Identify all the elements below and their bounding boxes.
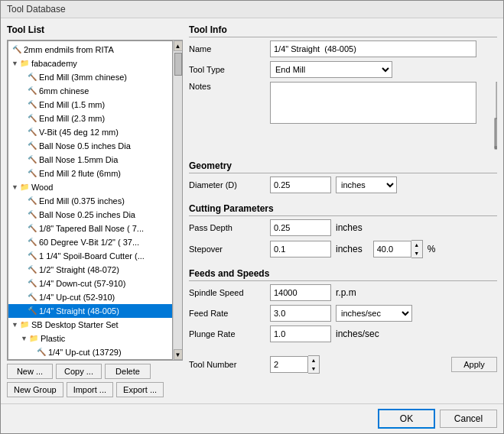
spin-up-button[interactable]: ▲ [411,241,422,249]
geometry-section: Geometry Diameter (D) inches mm [189,160,497,197]
export-button[interactable]: Export ... [116,382,164,397]
right-panel: Tool Info Name Tool Type End Mill Ball N… [189,24,497,397]
plunge-rate-input[interactable] [270,326,331,342]
list-item[interactable]: 🔨 End Mill (2.3 mm) [8,112,172,125]
list-item[interactable]: 🔨 1/8" Tapered Ball Nose ( 7... [8,222,172,235]
tree-item-label: 1 1/4" Spoil-Board Cutter (... [39,250,145,262]
feeds-speeds-section: Feeds and Speeds Spindle Speed r.p.m Fee… [189,268,497,346]
tool-icon: 🔨 [27,127,37,138]
pass-depth-input[interactable] [270,219,331,236]
tool-icon: 🔨 [27,251,37,261]
scrollbar[interactable]: ▲ ▼ [173,40,182,360]
tree-item-label: 60 Degree V-Bit 1/2" ( 37... [39,236,139,248]
title-bar: Tool Database [1,1,503,18]
stepover-spinbox: ▲ ▼ [373,240,423,258]
list-item[interactable]: 🔨 End Mill 2 flute (6mm) [8,167,172,180]
import-button[interactable]: Import ... [67,382,113,397]
list-item[interactable]: 🔨 Ball Nose 0.25 inches Dia [8,208,172,222]
diameter-unit-select[interactable]: inches mm [336,177,397,193]
stepover-label: Stepover [189,245,265,254]
tool-number-input[interactable] [270,356,308,373]
tool-database-dialog: Tool Database Tool List 🔨 2mm endmils fr… [0,0,504,434]
diameter-input[interactable] [270,177,331,193]
spindle-label: Spindle Speed [189,288,265,297]
tool-icon: 🔨 [27,306,37,316]
new-button[interactable]: New ... [7,364,53,379]
tool-number-row: Tool Number ▲ ▼ Apply [189,355,497,374]
apply-button[interactable]: Apply [451,357,497,372]
svg-rect-0 [496,82,497,120]
plunge-rate-row: Plunge Rate inches/sec [189,326,497,342]
plunge-unit: inches/sec [336,329,379,339]
list-item-selected[interactable]: 🔨 1/4" Straight (48-005) [8,304,172,318]
name-label: Name [189,44,265,53]
list-item[interactable]: ▼ 📁 Plastic [8,332,172,345]
list-item[interactable]: 🔨 Ball Nose 0.5 inches Dia [8,139,172,153]
dialog-footer: OK Cancel [1,403,503,433]
list-item[interactable]: 🔨 1/4" Up-cut (13729) [8,345,172,359]
list-item[interactable]: 🔨 6mm chinese [8,84,172,98]
type-row: Tool Type End Mill Ball Nose V-Bit Engra… [189,61,497,78]
tree-item-label: fabacademy [31,57,77,70]
list-item[interactable]: ▼ 📁 Wood [8,180,172,194]
tool-info-title: Tool Info [189,24,497,37]
tool-icon: 🔨 [27,196,37,206]
tree-item-label: 1/8" Tapered Ball Nose ( 7... [39,222,144,235]
notes-label: Notes [189,82,265,91]
list-item[interactable]: 🔨 V-Bit (45 deg 12 mm) [8,125,172,139]
scroll-down-button[interactable]: ▼ [174,349,183,360]
tree-item-label: 1/4" Straight (48-005) [39,305,119,317]
tree-item-label: 1/4" Down-cut (57-910) [39,277,125,290]
notes-textarea[interactable] [270,82,476,124]
tool-icon: 🔨 [27,168,37,179]
tool-number-spinbox-buttons: ▲ ▼ [308,355,320,374]
list-item[interactable]: 🔨 End Mill (3mm chinese) [8,70,172,84]
spin-down-button[interactable]: ▼ [411,249,422,257]
list-item[interactable]: ▼ 📁 SB Desktop Starter Set [8,318,172,332]
list-item[interactable]: 🔨 V Bit 90 (13732) [8,359,172,360]
cancel-button[interactable]: Cancel [440,410,497,428]
tree-item-label: Ball Nose 0.5 inches Dia [39,140,131,152]
feed-rate-input[interactable] [270,305,331,322]
tool-icon: 🔨 [27,264,37,275]
name-input[interactable] [270,40,476,57]
expand-icon: ▼ [11,57,18,70]
feed-unit-select[interactable]: inches/sec mm/sec [336,305,412,322]
feed-rate-row: Feed Rate inches/sec mm/sec [189,305,497,322]
tree-item-label: 1/4" Up-cut (13729) [48,346,122,358]
list-item[interactable]: 🔨 Ball Nose 1.5mm Dia [8,153,172,167]
tool-number-spin-up[interactable]: ▲ [308,356,319,364]
new-group-button[interactable]: New Group [7,382,63,397]
tool-type-select[interactable]: End Mill Ball Nose V-Bit Engraving [270,61,392,78]
tree-item-label: End Mill 2 flute (6mm) [39,167,121,180]
tool-icon: 🔨 [27,278,37,289]
tool-icon: 🔨 [27,113,37,124]
tool-icon: 🔨 [27,292,37,303]
list-item[interactable]: 🔨 2mm endmils from RITA [8,43,172,57]
spinbox-buttons: ▲ ▼ [411,240,423,258]
tree-container[interactable]: 🔨 2mm endmils from RITA ▼ 📁 fabacademy 🔨… [8,40,173,360]
ok-button[interactable]: OK [378,409,435,429]
list-item[interactable]: 🔨 1 1/4" Spoil-Board Cutter (... [8,249,172,263]
svg-rect-1 [495,118,497,147]
tool-number-spin-down[interactable]: ▼ [308,364,319,373]
spindle-unit: r.p.m [336,287,356,298]
list-item[interactable]: 🔨 End Mill (1.5 mm) [8,98,172,112]
tool-icon: 🔨 [27,86,37,96]
list-item[interactable]: 🔨 60 Degree V-Bit 1/2" ( 37... [8,235,172,249]
list-item[interactable]: 🔨 1/2" Straight (48-072) [8,263,172,277]
stepover-row: Stepover inches ▲ ▼ % [189,240,497,258]
list-item[interactable]: ▼ 📁 fabacademy [8,57,172,70]
tree-item-label: 2mm endmils from RITA [24,44,114,56]
spindle-input[interactable] [270,284,331,301]
stepover-percent-input[interactable] [373,241,411,257]
delete-button[interactable]: Delete [105,364,151,379]
scroll-thumb[interactable] [174,53,182,76]
scroll-up-button[interactable]: ▲ [174,40,183,51]
list-item[interactable]: 🔨 1/4" Up-cut (52-910) [8,290,172,304]
list-item[interactable]: 🔨 1/4" Down-cut (57-910) [8,277,172,290]
dialog-title: Tool Database [7,4,66,15]
list-item[interactable]: 🔨 End Mill (0.375 inches) [8,194,172,208]
stepover-input[interactable] [270,241,331,257]
copy-button[interactable]: Copy ... [56,364,102,379]
